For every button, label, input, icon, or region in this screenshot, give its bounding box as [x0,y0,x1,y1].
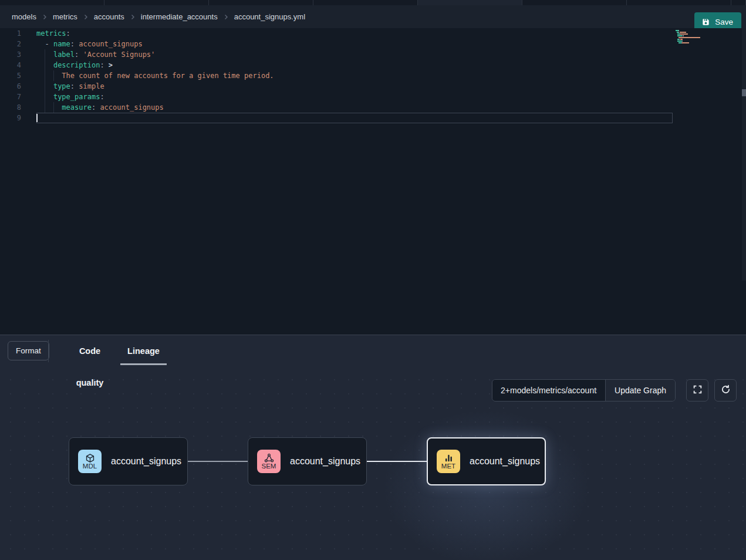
breadcrumb: modelsmetricsaccountsintermediate_accoun… [12,12,305,21]
lineage-node-met[interactable]: METaccount_signups [427,437,546,485]
editor-file-tab[interactable] [627,0,731,5]
code-token [36,103,62,112]
breadcrumb-chevron-icon [42,14,48,20]
editor-file-tab[interactable] [0,0,104,5]
code-line[interactable]: 5 The count of new accounts for a given … [0,70,704,81]
node-type-badge: MET [437,450,460,473]
minimap-line [676,39,713,40]
line-number: 5 [0,70,21,81]
minimap-line [676,42,713,43]
code-token: measure [62,103,92,112]
indent-guide [45,81,45,92]
editor-scrollbar[interactable] [742,28,746,281]
metric-chart-icon [444,453,454,463]
line-number: 6 [0,81,21,92]
panel-tab-row: Format Code quality Lineage [0,335,746,367]
code-token: : [70,40,75,48]
code-token: account_signups [75,40,143,48]
lineage-node-mdl[interactable]: MDLaccount_signups [69,437,188,485]
breadcrumb-item[interactable]: models [12,12,36,21]
node-label: account_signups [111,456,181,467]
refresh-button[interactable] [714,379,737,402]
refresh-icon [721,384,731,397]
breadcrumb-item[interactable]: accounts [94,12,124,21]
code-token: > [104,61,113,69]
node-type-badge: SEM [257,450,281,473]
editor-file-tab[interactable] [522,0,627,5]
lineage-edge [367,461,427,462]
fullscreen-icon [693,384,703,397]
editor-file-tab[interactable] [731,0,746,5]
node-badge-text: MET [441,463,455,470]
code-area[interactable]: 1metrics:2 - name: account_signups3 labe… [0,28,704,123]
breadcrumb-item[interactable]: intermediate_accounts [141,12,218,21]
breadcrumb-chevron-icon [223,14,229,20]
minimap-line [676,35,713,36]
line-number: 8 [0,102,21,113]
indent-guide [45,70,45,81]
editor-file-tab[interactable] [104,0,209,5]
fullscreen-button[interactable] [686,379,708,402]
indent-guide [53,70,54,81]
code-token: type [53,82,70,90]
code-token: account_signups [96,103,164,112]
line-number: 9 [0,113,21,123]
line-number: 7 [0,92,21,102]
editor-file-tab[interactable] [418,0,522,5]
minimap-line [676,44,713,45]
minimap-line [676,32,713,33]
active-tab-underline [120,363,167,365]
code-line[interactable]: 4 description: > [0,60,704,70]
indent-guide [45,102,45,113]
code-line[interactable]: 6 type: simple [0,81,704,92]
tab-code-quality[interactable]: Code quality [67,335,112,367]
editor-file-tab[interactable] [209,0,313,5]
code-token: : [100,93,104,101]
save-button-label: Save [715,18,733,26]
code-line[interactable]: 8 measure: account_signups [0,102,704,113]
code-token: description [53,61,100,69]
bottom-panel: Format Code quality Lineage Update Graph [0,335,746,560]
minimap-line [676,41,713,42]
code-token: : [70,82,75,90]
code-line[interactable]: 2 - name: account_signups [0,39,704,49]
code-line[interactable]: 3 label: 'Account Signups' [0,49,704,60]
active-line-highlight [36,113,673,123]
node-type-badge: MDL [78,450,102,473]
code-token: : [66,29,70,38]
vertical-divider [48,340,49,362]
lineage-selector-input[interactable] [492,380,605,401]
code-token: 'Account Signups' [79,50,155,59]
code-token: name [53,40,70,48]
code-token: simple [75,82,104,90]
code-line[interactable]: 9 [0,113,704,123]
lineage-edge [188,461,248,462]
minimap[interactable] [676,30,713,46]
line-number: 2 [0,39,21,49]
text-cursor [36,114,38,122]
code-line[interactable]: 7 type_params: [0,92,704,102]
format-button[interactable]: Format [8,341,49,360]
code-editor[interactable]: 1metrics:2 - name: account_signups3 labe… [0,28,746,335]
semantic-layer-icon [264,453,274,463]
node-badge-text: SEM [262,463,276,470]
node-badge-text: MDL [83,463,97,470]
breadcrumb-item[interactable]: metrics [53,12,77,21]
tab-lineage[interactable]: Lineage [120,335,167,367]
breadcrumb-item[interactable]: account_signups.yml [234,12,305,21]
breadcrumb-chevron-icon [83,14,89,20]
editor-file-tab[interactable] [313,0,418,5]
indent-guide [45,92,45,102]
cube-icon [85,453,95,463]
breadcrumb-bar: modelsmetricsaccountsintermediate_accoun… [0,5,746,28]
scrollbar-thumb[interactable] [742,89,746,96]
lineage-node-sem[interactable]: SEMaccount_signups [248,437,367,485]
line-number: 1 [0,28,21,39]
indent-guide [45,60,45,70]
save-icon [701,18,710,26]
lineage-canvas[interactable]: Update Graph MDLaccount_signupsSEMaccoun… [0,367,746,560]
update-graph-button[interactable]: Update Graph [605,380,675,401]
code-line[interactable]: 1metrics: [0,28,704,39]
node-label: account_signups [470,456,540,467]
node-label: account_signups [290,456,360,467]
